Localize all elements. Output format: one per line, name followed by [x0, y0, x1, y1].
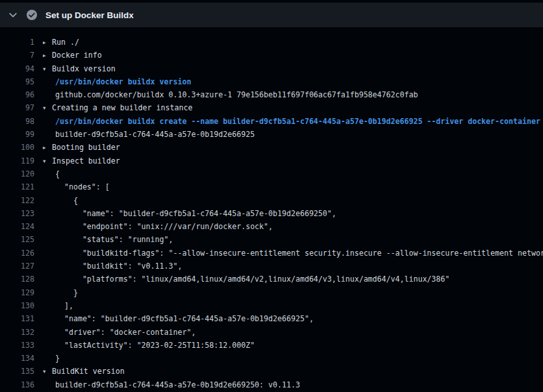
line-number[interactable]: 7: [0, 49, 34, 62]
log-group-title: Creating a new builder instance: [52, 103, 192, 112]
log-group-header[interactable]: ▶Run ./: [34, 36, 79, 49]
log-output-text: builder-d9cfb5a1-c764-445a-a57e-0b19d2e6…: [34, 128, 255, 141]
log-line: 135▼BuildKit version: [0, 365, 543, 378]
log-line: 122 {: [0, 194, 543, 207]
line-number[interactable]: 124: [0, 220, 34, 233]
log-group-header[interactable]: ▼BuildKit version: [34, 365, 125, 378]
line-number[interactable]: 131: [0, 312, 34, 325]
step-title: Set up Docker Buildx: [45, 10, 134, 20]
log-line: 94▼Buildx version: [0, 62, 543, 75]
log-output-text: "driver": "docker-container",: [34, 326, 196, 339]
line-number[interactable]: 127: [0, 260, 34, 273]
log-output-text: github.com/docker/buildx 0.10.3+azure-1 …: [34, 88, 418, 101]
log-line: 123 "name": "builder-d9cfb5a1-c764-445a-…: [0, 207, 543, 220]
log-group-header[interactable]: ▶Booting builder: [34, 141, 120, 154]
log-line: 100▶Booting builder: [0, 141, 543, 154]
log-line: 136builder-d9cfb5a1-c764-445a-a57e-0b19d…: [0, 378, 543, 391]
log-output-text: "platforms": "linux/amd64,linux/amd64/v2…: [34, 273, 449, 286]
disclosure-triangle-icon[interactable]: ▼: [43, 365, 52, 378]
log-group-header[interactable]: ▼Inspect builder: [34, 154, 120, 167]
log-output-text: "buildkitd-flags": "--allow-insecure-ent…: [34, 247, 543, 260]
line-number[interactable]: 123: [0, 207, 34, 220]
log-line: 129 }: [0, 286, 543, 299]
step-header[interactable]: Set up Docker Buildx: [0, 3, 543, 27]
log-group-title: Docker info: [52, 51, 102, 60]
log-viewer: 1▶Run ./7▶Docker info94▼Buildx version95…: [0, 27, 543, 392]
line-number[interactable]: 94: [0, 62, 34, 75]
log-output-text: ],: [34, 299, 73, 312]
disclosure-triangle-icon[interactable]: ▶: [43, 141, 52, 154]
disclosure-triangle-icon[interactable]: ▶: [43, 36, 52, 49]
line-number[interactable]: 96: [0, 88, 34, 101]
log-output-text: "nodes": [: [34, 180, 110, 193]
log-line: 95/usr/bin/docker buildx version: [0, 75, 543, 88]
chevron-down-icon[interactable]: [8, 10, 18, 19]
log-line: 120{: [0, 167, 543, 180]
disclosure-triangle-icon[interactable]: ▼: [43, 155, 52, 168]
log-lines: 1▶Run ./7▶Docker info94▼Buildx version95…: [0, 36, 543, 391]
log-group-title: Run ./: [52, 38, 79, 47]
log-line: 131 "name": "builder-d9cfb5a1-c764-445a-…: [0, 312, 543, 325]
line-number[interactable]: 129: [0, 286, 34, 299]
line-number[interactable]: 122: [0, 194, 34, 207]
log-line: 121 "nodes": [: [0, 180, 543, 193]
line-number[interactable]: 95: [0, 75, 34, 88]
log-line: 98/usr/bin/docker buildx create --name b…: [0, 115, 543, 128]
log-output-text: "name": "builder-d9cfb5a1-c764-445a-a57e…: [34, 207, 336, 220]
log-line: 7▶Docker info: [0, 49, 543, 62]
log-line: 128 "platforms": "linux/amd64,linux/amd6…: [0, 273, 543, 286]
line-number[interactable]: 121: [0, 180, 34, 193]
log-line: 119▼Inspect builder: [0, 154, 543, 167]
log-line: 1▶Run ./: [0, 36, 543, 49]
log-line: 126 "buildkitd-flags": "--allow-insecure…: [0, 247, 543, 260]
log-output-text: builder-d9cfb5a1-c764-445a-a57e-0b19d2e6…: [34, 378, 300, 391]
line-number[interactable]: 134: [0, 352, 34, 365]
log-line: 130 ],: [0, 299, 543, 312]
line-number[interactable]: 128: [0, 273, 34, 286]
log-line: 132 "driver": "docker-container",: [0, 326, 543, 339]
log-output-text: "lastActivity": "2023-02-25T11:58:12.000…: [34, 339, 255, 352]
line-number[interactable]: 126: [0, 247, 34, 260]
line-number[interactable]: 125: [0, 233, 34, 246]
log-command-text: /usr/bin/docker buildx version: [34, 75, 191, 88]
line-number[interactable]: 1: [0, 36, 34, 49]
line-number[interactable]: 98: [0, 115, 34, 128]
log-output-text: {: [34, 167, 60, 180]
line-number[interactable]: 136: [0, 378, 34, 391]
log-output-text: }: [34, 352, 60, 365]
log-line: 96github.com/docker/buildx 0.10.3+azure-…: [0, 88, 543, 101]
log-output-text: "endpoint": "unix:///var/run/docker.sock…: [34, 220, 273, 233]
line-number[interactable]: 120: [0, 167, 34, 180]
disclosure-triangle-icon[interactable]: ▶: [43, 49, 52, 62]
log-group-header[interactable]: ▼Buildx version: [34, 62, 116, 75]
line-number[interactable]: 133: [0, 339, 34, 352]
log-group-title: Inspect builder: [52, 156, 120, 165]
line-number[interactable]: 119: [0, 154, 34, 167]
line-number[interactable]: 99: [0, 128, 34, 141]
log-line: 125 "status": "running",: [0, 233, 543, 246]
log-line: 127 "buildkit": "v0.11.3",: [0, 260, 543, 273]
log-output-text: }: [34, 286, 78, 299]
line-number[interactable]: 97: [0, 101, 34, 114]
log-group-header[interactable]: ▼Creating a new builder instance: [34, 101, 192, 114]
line-number[interactable]: 100: [0, 141, 34, 154]
log-output-text: {: [34, 194, 78, 207]
line-number[interactable]: 130: [0, 299, 34, 312]
log-line: 134}: [0, 352, 543, 365]
disclosure-triangle-icon[interactable]: ▼: [43, 63, 52, 76]
disclosure-triangle-icon[interactable]: ▼: [43, 102, 52, 115]
line-number[interactable]: 135: [0, 365, 34, 378]
line-number[interactable]: 132: [0, 326, 34, 339]
log-command-text: /usr/bin/docker buildx create --name bui…: [34, 115, 540, 128]
log-line: 99builder-d9cfb5a1-c764-445a-a57e-0b19d2…: [0, 128, 543, 141]
log-output-text: "buildkit": "v0.11.3",: [34, 260, 182, 273]
log-group-title: Buildx version: [52, 64, 116, 73]
log-line: 124 "endpoint": "unix:///var/run/docker.…: [0, 220, 543, 233]
log-line: 133 "lastActivity": "2023-02-25T11:58:12…: [0, 339, 543, 352]
log-group-title: BuildKit version: [52, 367, 125, 376]
log-group-header[interactable]: ▶Docker info: [34, 49, 102, 62]
log-line: 97▼Creating a new builder instance: [0, 101, 543, 114]
log-group-title: Booting builder: [52, 143, 120, 152]
check-circle-icon: [27, 10, 37, 20]
log-output-text: "status": "running",: [34, 233, 173, 246]
